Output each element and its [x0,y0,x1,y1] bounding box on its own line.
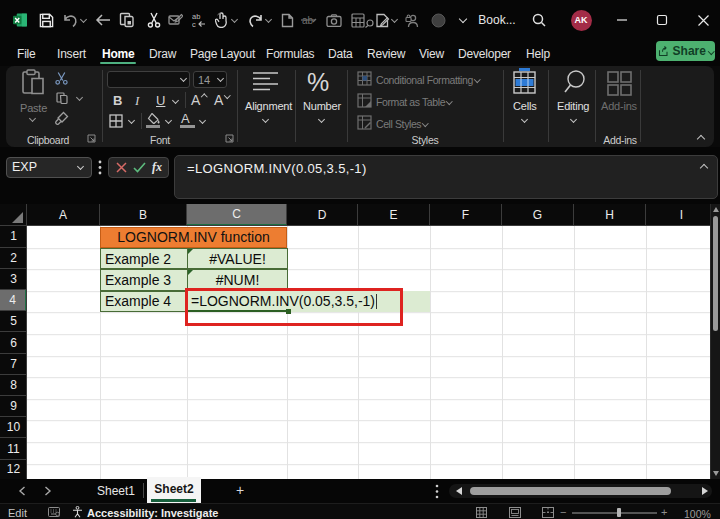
svg-text:c: c [192,20,196,28]
